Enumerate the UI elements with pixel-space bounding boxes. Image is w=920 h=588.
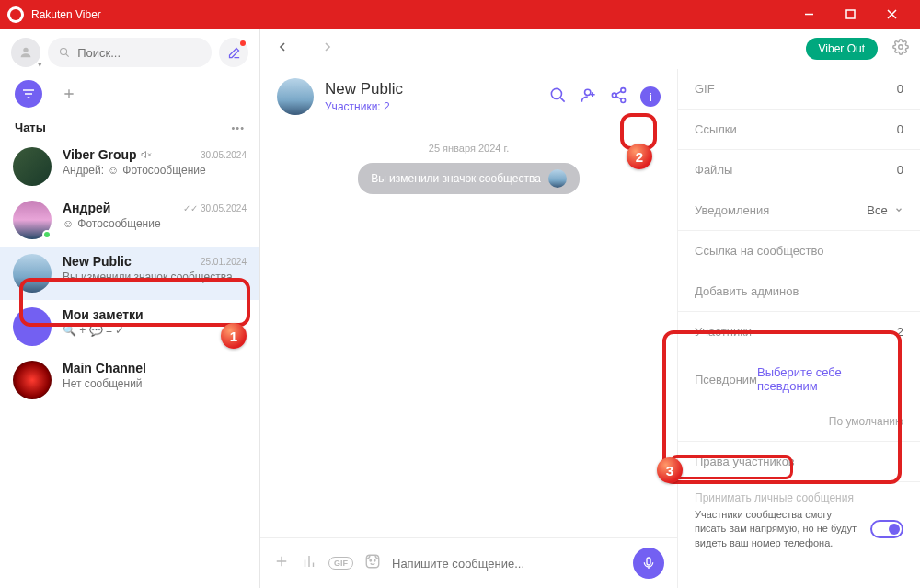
- svg-point-10: [374, 560, 376, 562]
- app-body: Чаты ••• Viber Group30.05.2024 Андрей: ☺…: [0, 29, 920, 588]
- chat-item[interactable]: Main Channel Нет сообщений: [0, 353, 259, 407]
- notification-dot-icon: [240, 40, 246, 46]
- info-pane: GIF0 Ссылки0 Файлы0 УведомленияВсе Ссылк…: [678, 69, 920, 588]
- chat-list: Viber Group30.05.2024 Андрей: ☺ Фотосооб…: [0, 140, 259, 588]
- settings-button[interactable]: [892, 39, 909, 59]
- search-input[interactable]: [77, 46, 201, 60]
- annotation-badge: 2: [627, 144, 652, 169]
- window-title: Rakuten Viber: [31, 8, 788, 21]
- chat-info-button[interactable]: i: [640, 86, 661, 107]
- chat-date: 30.05.2024: [201, 150, 247, 160]
- nav-forward-button[interactable]: [316, 36, 339, 62]
- svg-point-5: [585, 89, 591, 95]
- svg-point-1: [23, 48, 28, 52]
- info-notifications-row[interactable]: УведомленияВсе: [678, 190, 920, 231]
- chat-avatar: [13, 147, 52, 186]
- chat-search-button[interactable]: [549, 86, 567, 108]
- info-add-admins-row[interactable]: Добавить админов: [678, 271, 920, 312]
- chat-avatar: [13, 201, 52, 239]
- message-input[interactable]: [392, 557, 622, 571]
- chat-avatar: [13, 307, 52, 346]
- compose-button[interactable]: [219, 38, 248, 67]
- chat-members-link[interactable]: Участники: 2: [325, 100, 538, 113]
- search-icon: [59, 46, 70, 59]
- mini-avatar-icon: [548, 169, 567, 188]
- chat-avatar: [13, 254, 52, 293]
- svg-point-9: [370, 560, 372, 562]
- online-dot-icon: [42, 230, 52, 239]
- chats-heading: Чаты: [15, 121, 46, 134]
- chat-name: New Public: [325, 80, 538, 98]
- sidebar: Чаты ••• Viber Group30.05.2024 Андрей: ☺…: [0, 29, 260, 588]
- viber-out-button[interactable]: Viber Out: [806, 38, 878, 60]
- poll-button[interactable]: [301, 553, 317, 573]
- annotation-badge: 1: [221, 323, 247, 349]
- chat-item[interactable]: Андрей✓✓ 30.05.2024 ☺ Фотосообщение: [0, 193, 259, 247]
- smiley-icon: ☺: [63, 217, 74, 230]
- chat-item[interactable]: Viber Group30.05.2024 Андрей: ☺ Фотосооб…: [0, 140, 259, 193]
- info-alias-default: По умолчанию: [678, 406, 920, 442]
- gif-button[interactable]: GIF: [328, 557, 353, 570]
- main-area: Viber Out New Public Участники: 2 i: [260, 29, 920, 588]
- attach-button[interactable]: [273, 553, 290, 573]
- info-rights-row[interactable]: Права участников: [678, 442, 920, 482]
- date-separator: 25 января 2024 г.: [429, 143, 509, 154]
- viber-logo-icon: [7, 6, 24, 23]
- filter-all-button[interactable]: [15, 80, 42, 108]
- svg-point-2: [61, 48, 67, 54]
- chats-more-button[interactable]: •••: [231, 122, 245, 133]
- info-direct-messages-row: Принимать личные сообщения Участники соо…: [678, 482, 920, 559]
- close-button[interactable]: [871, 0, 913, 29]
- chat-title: Андрей: [63, 201, 110, 215]
- direct-messages-toggle[interactable]: [870, 520, 903, 538]
- muted-icon: [141, 149, 152, 160]
- svg-point-6: [621, 87, 626, 92]
- chat-title: New Public: [63, 254, 132, 269]
- chat-date: 30.05.2024: [201, 203, 247, 213]
- chevron-down-icon: [894, 205, 903, 214]
- maximize-button[interactable]: [830, 0, 871, 29]
- titlebar: Rakuten Viber: [0, 0, 920, 29]
- voice-message-button[interactable]: [633, 548, 664, 579]
- search-input-wrapper[interactable]: [48, 38, 212, 67]
- nav-back-button[interactable]: [271, 36, 293, 62]
- chat-header-avatar[interactable]: [277, 78, 314, 115]
- info-links-row[interactable]: Ссылки0: [678, 110, 920, 150]
- annotation-badge: 3: [657, 457, 683, 483]
- chat-item[interactable]: Мои заметки 🔍 + 💬 = ✓: [0, 300, 259, 353]
- info-gif-row[interactable]: GIF0: [678, 69, 920, 110]
- add-button[interactable]: [55, 80, 83, 108]
- chat-item[interactable]: New Public25.01.2024 Вы изменили значок …: [0, 247, 259, 300]
- svg-rect-11: [647, 558, 650, 565]
- profile-button[interactable]: [11, 38, 40, 67]
- share-button[interactable]: [610, 86, 627, 108]
- info-alias-row[interactable]: ПсевдонимВыберите себе псевдоним: [678, 352, 920, 406]
- svg-point-7: [612, 93, 616, 98]
- minimize-button[interactable]: [788, 0, 830, 29]
- info-participants-row[interactable]: Участники2: [678, 312, 920, 352]
- chat-avatar: [13, 361, 52, 399]
- chat-title: Main Channel: [63, 361, 146, 375]
- add-member-button[interactable]: [580, 86, 597, 108]
- chat-title: Мои заметки: [63, 307, 144, 322]
- info-files-row[interactable]: Файлы0: [678, 150, 920, 190]
- smiley-icon: ☺: [108, 164, 119, 177]
- chat-title: Viber Group: [63, 147, 137, 162]
- read-status-icon: ✓✓: [183, 203, 198, 213]
- sticker-button[interactable]: [364, 553, 381, 573]
- chat-pane: New Public Участники: 2 i 25 января 2024…: [260, 69, 678, 588]
- chat-date: 25.01.2024: [201, 257, 247, 267]
- svg-rect-0: [846, 10, 855, 18]
- info-community-link-row[interactable]: Ссылка на сообщество: [678, 231, 920, 271]
- svg-point-4: [551, 88, 561, 98]
- svg-point-8: [621, 98, 626, 102]
- svg-point-3: [899, 45, 903, 50]
- system-message: Вы изменили значок сообщества: [358, 163, 580, 194]
